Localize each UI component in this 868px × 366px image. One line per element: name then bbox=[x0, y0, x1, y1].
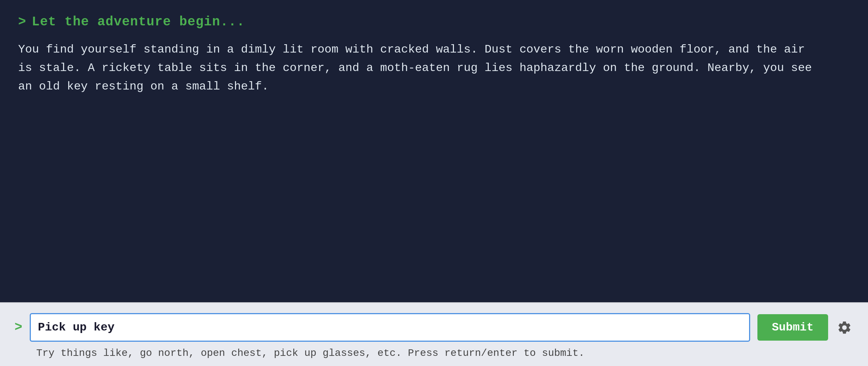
game-output: > Let the adventure begin... You find yo… bbox=[0, 0, 868, 302]
input-prompt-arrow: > bbox=[15, 320, 22, 335]
gear-icon bbox=[837, 320, 852, 335]
title-prompt-arrow: > bbox=[18, 14, 26, 29]
command-input-row: > Submit bbox=[15, 313, 853, 342]
input-area: > Submit Try things like, go north, open… bbox=[0, 302, 868, 366]
command-input[interactable] bbox=[30, 313, 750, 342]
title-line: > Let the adventure begin... bbox=[18, 14, 850, 29]
adventure-title: Let the adventure begin... bbox=[32, 14, 245, 29]
hint-text: Try things like, go north, open chest, p… bbox=[15, 348, 853, 359]
settings-button[interactable] bbox=[835, 319, 853, 337]
adventure-description: You find yourself standing in a dimly li… bbox=[18, 40, 816, 96]
submit-button[interactable]: Submit bbox=[757, 314, 828, 341]
